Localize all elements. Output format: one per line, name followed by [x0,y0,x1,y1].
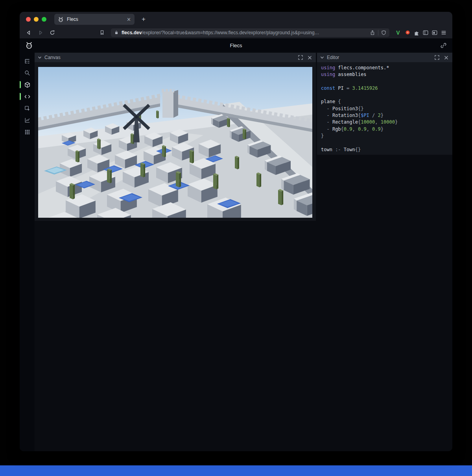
browser-window: Flecs ✕ + [20,12,452,451]
close-window-button[interactable] [26,17,31,22]
sidebar-item-stats[interactable] [20,114,35,126]
canvas-panel-header[interactable]: Canvas [35,53,316,62]
navigation-toolbar: flecs.dev/explorer/?local=true&wasm=http… [20,27,452,39]
extension-red-icon[interactable] [405,30,411,35]
share-icon[interactable] [370,30,375,35]
screen: Flecs ✕ + [0,0,472,476]
editor-panel: Editor using flecs.components.*using ass… [317,53,452,155]
app-menu-icon[interactable] [441,30,447,36]
browser-tab-flecs[interactable]: Flecs ✕ [54,14,135,25]
chevron-down-icon [38,56,42,59]
flecs-favicon [58,17,64,22]
close-panel-icon[interactable] [443,54,449,61]
tab-title: Flecs [67,17,124,22]
chevron-down-icon [320,56,324,59]
window-controls [20,17,54,22]
sidebar-item-search[interactable] [20,67,35,79]
toolbar-extensions-area: V [394,30,448,36]
left-icon-rail [20,52,35,451]
new-tab-button[interactable]: + [138,14,149,24]
maximize-window-button[interactable] [42,17,46,22]
editor-panel-body: using flecs.components.*using assemblies… [317,62,452,155]
extensions-puzzle-icon[interactable] [413,30,420,36]
tab-bar: Flecs ✕ + [20,12,452,27]
url-text: flecs.dev/explorer/?local=true&wasm=http… [122,30,367,35]
share-link-icon[interactable] [440,42,447,49]
desktop-background-strip [0,465,472,476]
sidebar-item-tree[interactable] [20,55,35,67]
sidebar-toggle-icon[interactable] [422,30,429,36]
canvas-panel-body [35,62,316,221]
bookmark-icon[interactable] [97,28,107,37]
canvas-panel: Canvas [35,53,316,221]
expand-panel-icon[interactable] [297,54,304,61]
minimize-window-button[interactable] [34,17,39,22]
extension-v-icon[interactable]: V [394,30,402,36]
code-editor[interactable]: using flecs.components.*using assemblies… [317,62,452,155]
sidebar-item-inspect[interactable] [20,102,35,114]
tab-close-icon[interactable]: ✕ [127,17,131,22]
shield-icon[interactable] [381,30,386,35]
reload-button[interactable] [47,28,57,37]
editor-panel-header[interactable]: Editor [317,53,452,62]
sidebar-item-matrix[interactable] [20,126,35,138]
stats-icon [24,117,31,124]
matrix-icon [24,129,31,135]
scene-cube-icon [24,81,31,88]
inspect-icon [24,105,31,112]
url-path: /explorer/?local=true&wasm=https://www.f… [142,30,319,35]
sidebar-item-editor[interactable] [20,91,35,102]
lock-icon [114,30,119,35]
canvas-panel-title: Canvas [44,55,295,60]
forward-button[interactable] [35,28,46,37]
app-header: Flecs [20,39,452,52]
page-title: Flecs [20,43,452,48]
sidebar-item-canvas[interactable] [20,79,35,91]
url-domain: flecs.dev [122,30,142,35]
search-icon [24,70,31,76]
editor-panel-title: Editor [327,55,431,60]
expand-panel-icon[interactable] [434,54,440,61]
back-button[interactable] [24,28,34,37]
explorer-content: Canvas [20,52,452,451]
url-bar[interactable]: flecs.dev/explorer/?local=true&wasm=http… [111,28,389,37]
code-icon [24,93,31,100]
urlbar-divider [378,30,378,35]
tab-overview-icon[interactable] [431,30,438,36]
close-panel-icon[interactable] [306,54,313,61]
canvas-3d-scene[interactable] [38,67,312,218]
